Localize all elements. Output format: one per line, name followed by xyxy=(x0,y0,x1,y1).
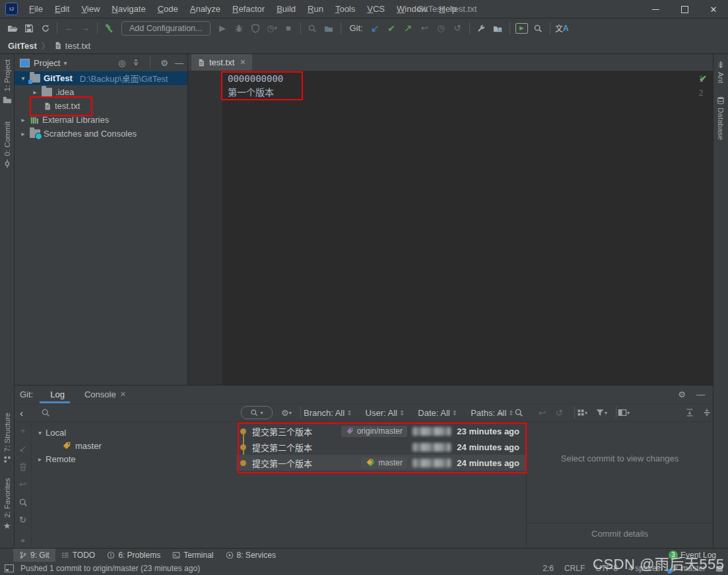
close-button[interactable]: ✕ xyxy=(699,0,728,18)
breadcrumb-project[interactable]: GitTest xyxy=(8,41,37,51)
code-line-2[interactable]: 第一个版本 xyxy=(228,86,274,100)
chevron-right-icon[interactable]: ▸ xyxy=(20,116,26,123)
package-icon[interactable] xyxy=(321,20,337,36)
settings-gear-icon[interactable]: ⚙ xyxy=(160,58,168,68)
sidebar-item-database[interactable]: Database xyxy=(717,96,725,140)
toolwindow-toggle-icon[interactable] xyxy=(5,564,14,572)
tree-row-idea[interactable]: ▸ .idea xyxy=(15,85,187,99)
log-text-search-icon[interactable] xyxy=(514,404,523,421)
ref-chip-master[interactable]: master xyxy=(361,457,407,469)
translate-icon[interactable]: 文A xyxy=(554,20,570,36)
filter-paths[interactable]: Paths: All⇕ xyxy=(471,408,514,418)
save-icon[interactable] xyxy=(20,20,37,36)
editor-tab-testtxt[interactable]: test.txt ✕ xyxy=(191,54,252,71)
rollback-icon[interactable]: ↺ xyxy=(556,404,563,421)
project-structure-icon[interactable] xyxy=(490,20,506,36)
git-update-icon[interactable]: ↙ xyxy=(367,20,383,36)
close-tab-icon[interactable]: ✕ xyxy=(120,390,126,399)
forward-icon[interactable]: → xyxy=(77,20,94,36)
chevron-right-icon[interactable]: ▸ xyxy=(20,130,26,137)
filter-date[interactable]: Date: All⇕ xyxy=(418,408,457,418)
hide-panel-icon[interactable]: — xyxy=(696,389,705,399)
collapse-all-icon[interactable] xyxy=(702,404,711,421)
toolwindow-terminal[interactable]: Terminal xyxy=(166,549,219,562)
menu-tools[interactable]: Tools xyxy=(329,0,361,18)
back-icon[interactable]: ← xyxy=(61,20,77,36)
debug-bug-icon[interactable] xyxy=(231,20,248,36)
commit-row-2[interactable]: 提交第二个版本 24 minutes ago xyxy=(236,439,526,455)
tree-row-external-libraries[interactable]: ▸ External Libraries xyxy=(15,113,187,127)
filter-funnel-icon[interactable]: ▾ xyxy=(595,404,607,421)
delete-icon[interactable] xyxy=(15,457,31,475)
toolwindow-todo[interactable]: TODO xyxy=(55,549,101,562)
coverage-icon[interactable] xyxy=(248,20,264,36)
menu-run[interactable]: Run xyxy=(302,0,329,18)
maximize-button[interactable] xyxy=(670,0,699,18)
chevron-down-icon[interactable]: ▾ xyxy=(63,59,67,67)
intellisort-icon[interactable]: ▾ xyxy=(577,404,587,421)
tree-row-scratches[interactable]: ▸ Scratches and Consoles xyxy=(15,127,187,141)
cherry-pick-icon[interactable]: ↩ xyxy=(539,404,546,421)
wrench-icon[interactable] xyxy=(473,20,490,36)
menu-file[interactable]: File xyxy=(23,0,49,18)
profiler-icon[interactable]: ◷▾ xyxy=(264,20,281,36)
inspections-ok-icon[interactable]: ✔ xyxy=(699,73,707,84)
attach-search-icon[interactable] xyxy=(304,20,321,36)
sidebar-item-favorites[interactable]: 2: Favorites ★ xyxy=(3,478,11,531)
menu-refactor[interactable]: Refactor xyxy=(226,0,271,18)
sidebar-item-structure[interactable]: 7: Structure xyxy=(3,413,11,463)
branches-group-remote[interactable]: ▸ Remote xyxy=(32,452,236,465)
menu-code[interactable]: Code xyxy=(152,0,184,18)
rollback-icon[interactable]: ↺ xyxy=(449,20,466,36)
commit-row-1[interactable]: 提交第三个版本 origin/master 23 minutes ago xyxy=(236,423,526,439)
branch-row-master[interactable]: master xyxy=(32,439,236,452)
menu-navigate[interactable]: Navigate xyxy=(106,0,151,18)
checkout-icon[interactable]: ↙ xyxy=(15,440,31,457)
chevron-down-icon[interactable]: ▾ xyxy=(20,75,26,82)
collapse-all-icon[interactable] xyxy=(132,59,140,67)
log-settings-gear-icon[interactable]: ⚙▾ xyxy=(281,404,292,421)
chevron-down-icon[interactable]: ▾ xyxy=(38,429,42,436)
settings-gear-icon[interactable]: ⚙ xyxy=(678,389,686,399)
sidebar-item-ant[interactable]: Ant xyxy=(717,61,725,83)
run-configuration-combo[interactable]: Add Configuration... xyxy=(121,21,211,36)
add-icon[interactable]: + xyxy=(15,422,31,440)
stop-icon[interactable]: ■ xyxy=(281,20,297,36)
toolwindow-services[interactable]: 8: Services xyxy=(220,549,282,562)
filter-user[interactable]: User: All⇕ xyxy=(366,408,405,418)
cherry-pick-icon[interactable]: ↩ xyxy=(416,20,433,36)
layout-icon[interactable]: ▾ xyxy=(618,404,630,421)
hide-panel-icon[interactable]: — xyxy=(175,58,183,68)
menu-edit[interactable]: Edit xyxy=(49,0,75,18)
search-everywhere-icon[interactable] xyxy=(530,20,546,36)
collapse-branches-icon[interactable]: ‹ xyxy=(20,404,23,421)
menu-vcs[interactable]: VCS xyxy=(361,0,391,18)
menu-analyze[interactable]: Analyze xyxy=(184,0,226,18)
sync-icon[interactable] xyxy=(37,20,53,36)
tree-row-root[interactable]: ▾ GitTest D:\Backup\桌面\GitTest xyxy=(15,71,187,85)
git-push-icon[interactable]: ↗ xyxy=(400,20,416,36)
minimize-button[interactable] xyxy=(641,0,670,18)
filter-branch[interactable]: Branch: All⇕ xyxy=(304,408,352,418)
run-icon[interactable]: ▶ xyxy=(215,20,231,36)
refresh-icon[interactable]: ↻ xyxy=(15,511,31,529)
sidebar-item-commit[interactable]: 0: Commit xyxy=(3,121,12,168)
build-hammer-icon[interactable] xyxy=(101,20,117,36)
git-commit-icon[interactable]: ✔ xyxy=(383,20,400,36)
toolwindow-problems[interactable]: 6: Problems xyxy=(101,549,166,562)
tab-log[interactable]: Log xyxy=(50,389,65,399)
commit-row-3[interactable]: 提交第一个版本 master 24 minutes ago xyxy=(236,455,526,471)
more-filters-icon[interactable]: » xyxy=(498,404,503,421)
more-icon[interactable]: » xyxy=(15,531,31,549)
breadcrumb-file[interactable]: test.txt xyxy=(65,41,90,51)
menu-view[interactable]: View xyxy=(75,0,106,18)
chevron-right-icon[interactable]: ▸ xyxy=(38,456,42,463)
chevron-right-icon[interactable]: ▸ xyxy=(32,88,38,96)
search-icon[interactable] xyxy=(15,493,31,511)
sidebar-item-project[interactable]: 1: Project xyxy=(3,59,12,104)
branch-filter-search-icon[interactable] xyxy=(41,404,50,421)
locate-target-icon[interactable]: ◎ xyxy=(118,58,125,68)
toolwindow-git[interactable]: 9: Git xyxy=(13,549,55,562)
ref-chip-origin-master[interactable]: origin/master xyxy=(341,426,407,437)
project-panel-title[interactable]: Project xyxy=(34,58,60,68)
